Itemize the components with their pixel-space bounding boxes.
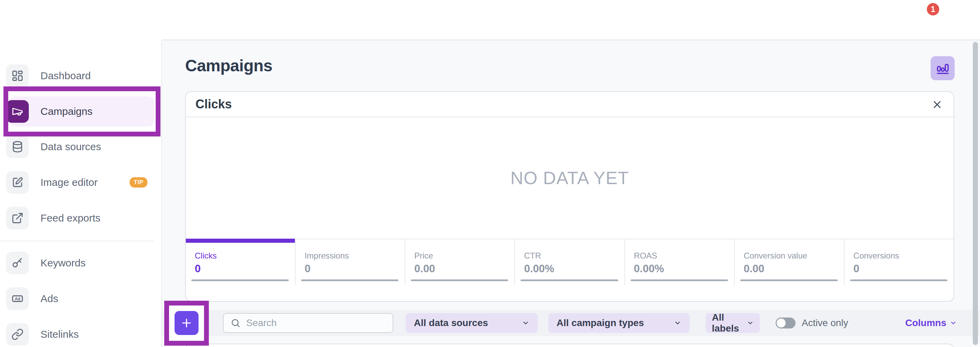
chevron-down-icon: [747, 320, 754, 326]
metric-sparkline: [520, 279, 618, 281]
metric-value: 0: [195, 263, 200, 275]
chart-card-header: Clicks: [186, 92, 954, 117]
metric-tab-clicks[interactable]: Clicks 0: [186, 239, 296, 285]
sidebar-item-keywords[interactable]: Keywords: [0, 245, 161, 281]
campaign-types-filter[interactable]: All campaign types: [548, 313, 690, 333]
ad-icon: Ad: [6, 287, 29, 310]
campaigns-table-card-top: [185, 344, 954, 347]
tip-badge: TIP: [130, 177, 148, 188]
columns-label: Columns: [905, 317, 947, 328]
toggle-knob: [777, 318, 786, 328]
metric-tab-conversions[interactable]: Conversions 0: [845, 239, 954, 285]
megaphone-icon: [6, 100, 29, 123]
add-campaign-button[interactable]: [175, 311, 199, 335]
active-only-toggle[interactable]: [776, 317, 795, 328]
metric-value: 0.00%: [634, 263, 664, 275]
clicks-chart-card: Clicks NO DATA YET Clicks 0 Impressions …: [185, 91, 954, 302]
chevron-down-icon: [950, 320, 957, 326]
tab-indicator: [735, 239, 844, 239]
metric-sparkline: [301, 279, 398, 281]
metric-value: 0.00: [414, 263, 435, 275]
database-icon: [6, 135, 29, 158]
sidebar-item-dashboard[interactable]: Dashboard: [0, 58, 161, 94]
search-icon: [231, 318, 241, 328]
filter-label: All labels: [712, 312, 747, 334]
page-title: Campaigns: [185, 56, 272, 75]
sidebar-item-data-sources[interactable]: Data sources: [0, 129, 161, 165]
image-editor-icon: [6, 171, 29, 194]
tab-indicator: [515, 239, 624, 239]
sidebar-item-label: Image editor: [40, 177, 98, 188]
sidebar-item-ads[interactable]: Ad Ads: [0, 281, 161, 317]
tab-indicator: [845, 239, 954, 239]
metric-label: Impressions: [304, 251, 349, 261]
tab-indicator: [625, 239, 734, 239]
empty-state-text: NO DATA YET: [186, 117, 954, 239]
search-input[interactable]: [246, 317, 377, 328]
search-box: [223, 313, 393, 333]
sidebar: Dashboard Campaigns Data sources: [0, 40, 162, 347]
metric-label: Price: [414, 251, 433, 261]
sidebar-item-label: Dashboard: [40, 70, 91, 81]
sidebar-item-label: Data sources: [40, 141, 101, 153]
plus-icon: [180, 317, 193, 329]
metric-sparkline: [850, 279, 947, 281]
active-only-label: Active only: [802, 310, 848, 336]
dashboard-icon: [6, 64, 29, 87]
sidebar-item-label: Campaigns: [40, 106, 92, 117]
top-bar-divider: [162, 40, 980, 40]
metric-tabs: Clicks 0 Impressions 0 Price 0.00 CTR 0.…: [186, 239, 954, 285]
metric-sparkline: [411, 279, 508, 281]
sidebar-item-campaigns[interactable]: Campaigns: [0, 94, 161, 129]
metric-sparkline: [631, 279, 728, 281]
metric-label: Conversion value: [744, 251, 807, 261]
sidebar-item-label: Feed exports: [40, 212, 100, 224]
link-icon: [6, 323, 29, 345]
sidebar-item-label: Ads: [40, 293, 58, 304]
metric-value: 0.00%: [524, 263, 554, 275]
chart-card-title: Clicks: [196, 97, 232, 111]
feed-export-icon: [6, 207, 29, 229]
columns-button[interactable]: Columns: [905, 310, 957, 336]
sidebar-item-label: Keywords: [40, 257, 86, 269]
metric-tab-ctr[interactable]: CTR 0.00%: [515, 239, 625, 285]
metric-label: Conversions: [853, 251, 899, 261]
tab-active-indicator: [186, 239, 295, 243]
metric-tab-impressions[interactable]: Impressions 0: [296, 239, 405, 285]
filter-label: All data sources: [414, 317, 488, 328]
tab-indicator: [405, 239, 514, 239]
svg-text:Ad: Ad: [15, 297, 20, 301]
sidebar-item-label: Sitelinks: [40, 328, 79, 340]
metric-sparkline: [740, 279, 838, 281]
chart-toggle-button[interactable]: [931, 56, 955, 80]
data-sources-filter[interactable]: All data sources: [406, 313, 538, 333]
metric-label: CTR: [524, 251, 541, 261]
metric-tab-conversion-value[interactable]: Conversion value 0.00: [735, 239, 845, 285]
metric-label: Clicks: [195, 251, 217, 261]
metric-label: ROAS: [634, 251, 657, 261]
scrollbar[interactable]: [973, 42, 978, 345]
sidebar-item-feed-exports[interactable]: Feed exports: [0, 200, 161, 236]
sidebar-divider: [0, 241, 154, 241]
chevron-down-icon: [674, 319, 681, 327]
tab-indicator: [296, 239, 405, 239]
filter-label: All campaign types: [557, 317, 644, 328]
metric-value: 0.00: [744, 263, 764, 275]
sidebar-item-sitelinks[interactable]: Sitelinks: [0, 317, 161, 347]
key-icon: [6, 251, 29, 274]
metric-value: 0: [853, 263, 859, 275]
notification-count-badge: 1: [927, 3, 939, 16]
bar-chart-icon: [935, 61, 950, 75]
top-bar: [0, 0, 980, 40]
metric-value: 0: [304, 263, 310, 275]
metric-sparkline: [191, 279, 289, 281]
metric-tab-roas[interactable]: ROAS 0.00%: [625, 239, 735, 285]
close-icon[interactable]: [931, 99, 943, 111]
metric-tab-price[interactable]: Price 0.00: [405, 239, 515, 285]
labels-filter[interactable]: All labels: [706, 313, 760, 333]
sidebar-item-image-editor[interactable]: Image editor TIP: [0, 165, 161, 200]
chevron-down-icon: [522, 319, 530, 327]
